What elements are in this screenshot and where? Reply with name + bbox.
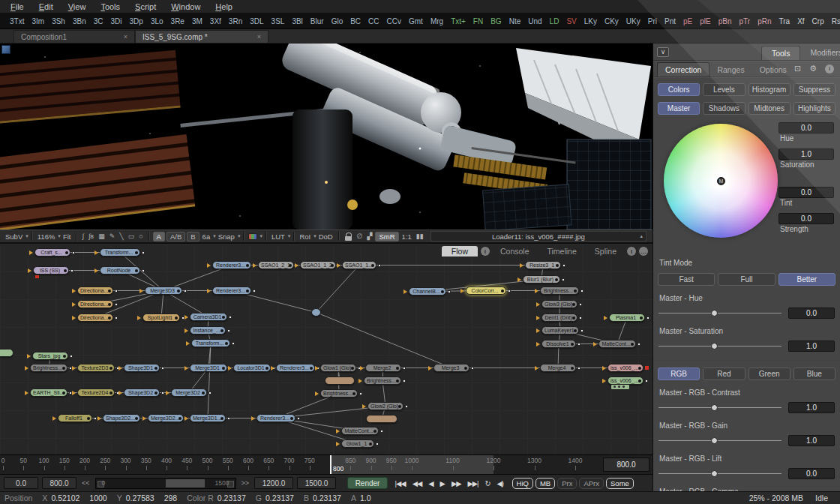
node-connector[interactable] (638, 343, 640, 346)
node-input-arrow[interactable] (535, 366, 541, 370)
node-connector[interactable] (578, 367, 580, 370)
color-channels-icon[interactable] (248, 233, 257, 240)
strength-field[interactable]: 0.0 (778, 213, 834, 224)
mode-suppress[interactable]: Suppress (794, 83, 836, 96)
subview-mode-button[interactable]: 6a (200, 232, 213, 241)
range-midtones[interactable]: Midtones (748, 102, 790, 115)
subtab-ranges[interactable]: Ranges (710, 63, 752, 76)
node-connector[interactable] (115, 316, 118, 320)
node-input-arrow[interactable] (72, 316, 78, 320)
tool-button-item-3m[interactable]: 3M (188, 17, 206, 26)
tint-field[interactable]: 0.0 (778, 187, 834, 198)
play-button[interactable]: ▶ (436, 479, 448, 488)
tool-button-item-3lo[interactable]: 3Lo (147, 17, 167, 26)
tool-button-item-glo[interactable]: Glo (328, 17, 347, 26)
playhead[interactable] (330, 455, 332, 474)
node-input-arrow[interactable] (184, 366, 190, 370)
tool-button-item-3dp[interactable]: 3Dp (126, 17, 147, 26)
node-connector[interactable] (448, 290, 451, 293)
tool-button-item-pbn[interactable]: pBn (715, 17, 736, 26)
tool-button-item-mrg[interactable]: Mrg (427, 17, 447, 26)
close-icon[interactable]: × (124, 33, 128, 40)
node-input-arrow[interactable] (536, 302, 542, 307)
node-input-arrow[interactable] (29, 250, 35, 255)
node-input-arrow[interactable] (602, 379, 608, 383)
range-shadows[interactable]: Shadows (703, 102, 745, 115)
node-input-arrow[interactable] (184, 416, 190, 421)
node-input-arrow[interactable] (27, 354, 33, 358)
tool-button-item-3re[interactable]: 3Re (167, 17, 188, 26)
node-connector[interactable] (253, 290, 256, 292)
toggle-mb[interactable]: MB (536, 478, 555, 489)
slider-value-field[interactable]: 1.0 (788, 340, 835, 352)
ellipse-tool-icon[interactable]: ○ (136, 232, 145, 240)
menu-file[interactable]: File (3, 2, 32, 12)
roi-button[interactable]: RoI (297, 232, 313, 241)
tool-button-item-ccv[interactable]: CCv (383, 17, 405, 26)
zoom-level[interactable]: 116% (35, 232, 58, 241)
tool-button-item-uky[interactable]: UKy (622, 17, 644, 26)
fast-forward-button[interactable]: ▶▶ (448, 479, 464, 488)
tool-button-item-bg[interactable]: BG (487, 17, 505, 26)
info-icon[interactable]: i (825, 64, 834, 74)
node-input-arrow[interactable] (207, 289, 213, 293)
viewer-panel[interactable] (0, 44, 652, 230)
node-input-arrow[interactable] (536, 316, 542, 320)
node-connector[interactable] (645, 380, 648, 382)
checker-icon[interactable]: ▞ (365, 232, 375, 240)
info-icon[interactable]: i (627, 247, 636, 256)
tool-button-item-pe[interactable]: pE (680, 17, 696, 26)
shift-left-button[interactable]: << (80, 479, 92, 487)
tool-button-item-3sl[interactable]: 3SL (268, 17, 289, 26)
node-input-arrow[interactable] (315, 392, 321, 396)
subtab-options[interactable]: Options (752, 63, 794, 76)
flow-node-item-colorcorr[interactable]: ColorCorr... (466, 286, 506, 295)
node-connector[interactable] (142, 251, 145, 254)
slider-value-field[interactable]: 1.0 (788, 435, 835, 446)
tool-button-item-fn[interactable]: FN (470, 17, 487, 26)
range-master[interactable]: Master (658, 102, 700, 115)
node-connector[interactable] (115, 303, 118, 306)
buffer-b-button[interactable]: B (187, 232, 199, 242)
node-input-arrow[interactable] (336, 442, 342, 446)
node-connector[interactable] (580, 290, 584, 292)
menu-help[interactable]: Help (208, 2, 240, 12)
panel-tab-modifiers[interactable]: Modifiers (800, 46, 840, 60)
node-connector[interactable] (562, 264, 566, 267)
composition-tab[interactable]: ISS_5_9SG.comp *× (135, 30, 268, 43)
pick-tool-icon[interactable]: ╲ (117, 232, 125, 240)
flow-node-item-transform1[interactable]: Transform... (100, 248, 140, 256)
fit-button[interactable]: Fit (61, 232, 74, 241)
node-input-arrow[interactable] (207, 263, 213, 268)
node-input-arrow[interactable] (28, 268, 34, 273)
tool-button-item-cky[interactable]: CKy (601, 17, 622, 26)
node-input-arrow[interactable] (72, 366, 78, 370)
node-connector[interactable] (378, 264, 381, 267)
global-start-field[interactable]: 0.0 (4, 477, 38, 489)
channel-red[interactable]: Red (703, 368, 745, 380)
node-input-arrow[interactable] (137, 316, 143, 320)
play-reverse-button[interactable]: ◀ (425, 479, 436, 488)
composition-tab[interactable]: Composition1× (14, 30, 135, 43)
render-start-field[interactable]: 1200.0 (254, 477, 293, 489)
slider-handle[interactable] (711, 404, 718, 411)
node-input-arrow[interactable] (118, 391, 124, 395)
viewer-corner-icon[interactable] (2, 45, 10, 54)
node-input-arrow[interactable] (52, 416, 58, 421)
node-input-arrow[interactable] (604, 316, 610, 320)
node-connector[interactable] (403, 380, 406, 382)
node-connector[interactable] (471, 367, 474, 370)
flow-tab-timeline[interactable]: Timeline (540, 246, 584, 256)
tool-button-item-crp[interactable]: Crp (808, 17, 828, 26)
tool-button-item-sv[interactable]: SV (562, 17, 580, 26)
render-end-field[interactable]: 1500.0 (297, 477, 336, 489)
tool-button-item-rsz[interactable]: Rsz (828, 17, 840, 26)
node-input-arrow[interactable] (535, 289, 541, 293)
flow-node-item-selbar1[interactable] (325, 376, 355, 385)
channel-blue[interactable]: Blue (794, 368, 836, 380)
tool-button-item-3rn[interactable]: 3Rn (225, 17, 246, 26)
node-input-arrow[interactable] (518, 278, 524, 282)
tint-mode-fast[interactable]: Fast (658, 273, 715, 286)
node-connector[interactable] (359, 392, 362, 395)
node-input-arrow[interactable] (25, 391, 31, 395)
